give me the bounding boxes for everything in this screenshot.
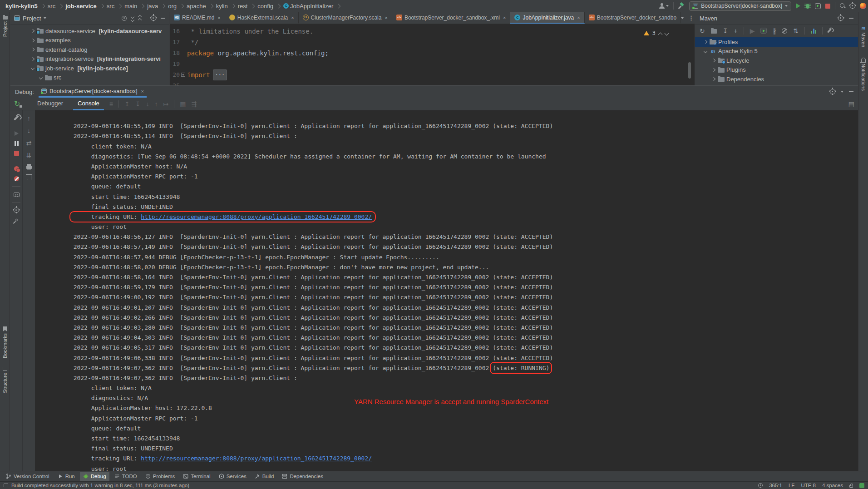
project-tree-row[interactable]: examples bbox=[10, 36, 169, 45]
close-icon[interactable]: × bbox=[141, 89, 144, 94]
tool-tab-run[interactable]: Run bbox=[54, 472, 78, 481]
close-icon[interactable]: × bbox=[291, 15, 294, 20]
print-icon[interactable] bbox=[26, 166, 32, 169]
chevron-down-icon[interactable] bbox=[44, 17, 46, 19]
debug-session-tab[interactable]: BootstrapServer[docker-sandbox] × bbox=[39, 86, 147, 98]
tool-stripe-project[interactable]: Project bbox=[0, 16, 10, 37]
tab-bootstrapserver-run-xml[interactable]: </>BootstrapServer_docker_sandbo bbox=[585, 12, 681, 24]
background-tasks-icon[interactable] bbox=[758, 483, 763, 488]
tab-haskeexternal[interactable]: HasKeExternal.scala× bbox=[225, 12, 299, 24]
tab-list-chevron-icon[interactable] bbox=[681, 17, 684, 19]
down-arrow-icon[interactable]: ↓ bbox=[146, 100, 149, 108]
project-tree-row[interactable]: src bbox=[10, 73, 169, 83]
tool-tab-version-control[interactable]: Version Control bbox=[3, 472, 53, 481]
jump-to-caret-icon[interactable]: ↦ bbox=[163, 100, 168, 108]
tab-debugger[interactable]: Debugger bbox=[33, 98, 68, 110]
tool-tab-dependencies[interactable]: Dependencies bbox=[279, 472, 326, 481]
console-output[interactable]: 2022-09-06T16:48:55,109 INFO [SparderEnv… bbox=[35, 110, 858, 471]
tracking-url-link[interactable]: http://resourcemanager:8088/proxy/applic… bbox=[141, 455, 372, 462]
project-tree-row[interactable]: integration-service [kylin-integration-s… bbox=[10, 54, 169, 64]
debug-settings-gear-icon[interactable] bbox=[14, 207, 19, 213]
tool-tab-todo[interactable]: TODO bbox=[111, 472, 140, 481]
reload-maven-icon[interactable]: ↻ bbox=[700, 28, 705, 34]
breadcrumb-item[interactable]: C rest bbox=[238, 3, 256, 10]
skip-tests-icon[interactable]: ∦ bbox=[773, 28, 776, 34]
build-hammer-icon[interactable] bbox=[678, 3, 685, 9]
tool-tab-terminal[interactable]: Terminal bbox=[180, 472, 213, 481]
pause-program-icon[interactable] bbox=[15, 141, 19, 146]
indent-setting[interactable]: 4 spaces bbox=[822, 483, 843, 488]
fold-expand-icon[interactable]: + bbox=[181, 73, 185, 77]
tab-jobappinitializer[interactable]: CJobAppInitializer.java× bbox=[510, 12, 584, 24]
tree-chevron-icon[interactable] bbox=[711, 68, 716, 72]
analyze-dependencies-icon[interactable] bbox=[811, 28, 816, 34]
execute-goal-icon[interactable]: ▶ bbox=[750, 28, 755, 34]
tab-clustermanagerfactory[interactable]: OClusterManagerFactory.scala× bbox=[299, 12, 392, 24]
hide-panel-icon[interactable] bbox=[849, 18, 853, 19]
console-menu-icon[interactable]: ≡ bbox=[109, 100, 113, 108]
debug-button[interactable] bbox=[805, 3, 810, 9]
inspection-widget[interactable]: 3 bbox=[644, 28, 668, 39]
hide-panel-icon[interactable] bbox=[161, 18, 165, 19]
tool-stripe-bookmarks[interactable]: Bookmarks bbox=[0, 326, 10, 358]
project-tree-row[interactable]: datasource-service [kylin-datasource-ser… bbox=[10, 26, 169, 36]
locate-file-icon[interactable] bbox=[122, 16, 127, 21]
tool-tab-build[interactable]: Build bbox=[252, 472, 277, 481]
tree-chevron-icon[interactable] bbox=[703, 49, 708, 54]
indent-guides-icon[interactable]: ⇶ bbox=[191, 100, 197, 108]
run-button[interactable] bbox=[796, 3, 800, 9]
tree-chevron-icon[interactable] bbox=[30, 38, 35, 43]
thread-dump-camera-icon[interactable] bbox=[14, 193, 20, 197]
maven-tree-row[interactable]: m Apache Kylin 5 bbox=[695, 47, 858, 56]
tree-chevron-icon[interactable] bbox=[30, 47, 35, 52]
tree-chevron-icon[interactable] bbox=[711, 58, 716, 63]
close-icon[interactable]: × bbox=[577, 15, 580, 20]
expand-all-icon[interactable] bbox=[131, 15, 134, 21]
breadcrumb-item[interactable]: C java bbox=[147, 3, 167, 10]
tree-chevron-icon[interactable] bbox=[30, 29, 35, 33]
caret-position[interactable]: 365:1 bbox=[769, 483, 782, 488]
profile-sphere-icon[interactable] bbox=[860, 3, 866, 9]
tool-stripe-maven[interactable]: m Maven bbox=[858, 25, 868, 47]
options-gear-icon[interactable] bbox=[838, 15, 843, 21]
prev-occurrence-icon[interactable]: ↑ bbox=[27, 115, 30, 122]
tree-chevron-icon[interactable] bbox=[703, 40, 708, 44]
breadcrumb-item[interactable]: C config bbox=[257, 3, 282, 10]
scroll-to-end-icon[interactable]: ⇊ bbox=[26, 152, 32, 159]
maven-settings-icon[interactable] bbox=[827, 28, 832, 33]
hide-panel-icon[interactable] bbox=[849, 91, 853, 92]
tab-bootstrapserver-xml[interactable]: </>BootstrapServer_docker_sandbox_.xml× bbox=[392, 12, 511, 24]
breadcrumb-item[interactable]: C apache bbox=[187, 3, 215, 10]
settings-gear-icon[interactable] bbox=[830, 89, 835, 94]
build-status-message[interactable]: Build completed successfully with 1 warn… bbox=[4, 483, 189, 488]
tree-chevron-icon[interactable] bbox=[39, 75, 43, 80]
view-breakpoints-icon[interactable] bbox=[14, 166, 19, 171]
tool-stripe-structure[interactable]: Structure bbox=[0, 366, 10, 393]
coverage-button[interactable] bbox=[815, 3, 821, 9]
ide-status-indicator[interactable] bbox=[859, 483, 864, 488]
next-warning-icon[interactable] bbox=[665, 31, 669, 35]
jump-to-top-icon[interactable]: ↥ bbox=[124, 100, 130, 108]
maven-tree-row[interactable]: Profiles bbox=[695, 37, 858, 47]
search-icon[interactable] bbox=[840, 3, 845, 9]
editor-scrollbar-thumb[interactable] bbox=[688, 62, 691, 79]
generate-sources-icon[interactable] bbox=[711, 29, 717, 34]
tree-chevron-icon[interactable] bbox=[30, 57, 35, 61]
project-panel-title[interactable]: Project bbox=[23, 15, 41, 22]
down-to-line-icon[interactable]: ↧ bbox=[135, 100, 141, 108]
tool-tab-problems[interactable]: Problems bbox=[142, 472, 178, 481]
tool-tab-services[interactable]: Services bbox=[216, 472, 250, 481]
file-encoding[interactable]: UTF-8 bbox=[801, 483, 816, 488]
tool-tab-debug[interactable]: Debug bbox=[80, 472, 109, 481]
tracking-url-link[interactable]: http://resourcemanager:8088/proxy/applic… bbox=[141, 213, 372, 220]
layout-settings-icon[interactable]: ▤ bbox=[848, 100, 854, 108]
next-occurrence-icon[interactable]: ↓ bbox=[27, 127, 30, 134]
options-gear-icon[interactable] bbox=[151, 15, 156, 21]
read-only-lock-icon[interactable] bbox=[849, 485, 853, 488]
add-maven-project-icon[interactable]: + bbox=[734, 28, 737, 34]
breadcrumb-item[interactable]: C main bbox=[124, 3, 146, 10]
line-separator[interactable]: LF bbox=[789, 483, 794, 488]
tool-stripe-notifications[interactable]: Notifications bbox=[858, 58, 868, 91]
maven-tree-row[interactable]: Dependencies bbox=[695, 74, 858, 84]
project-tree-row[interactable]: job-service [kylin-job-service] bbox=[10, 64, 169, 73]
